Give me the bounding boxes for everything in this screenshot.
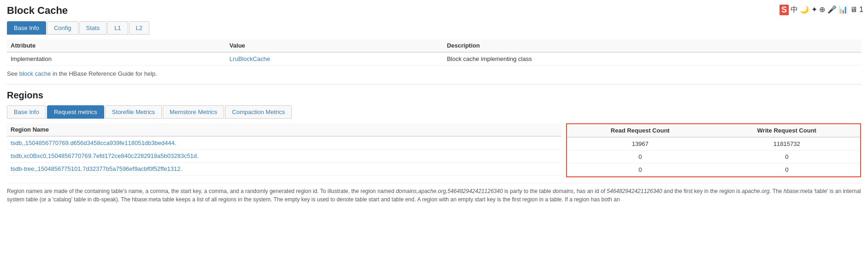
table-row: tsdb,,1504856770769.d656d3458cca939fe118… [7, 136, 561, 150]
regions-metrics-panel: Read Request Count Write Request Count 1… [566, 123, 861, 177]
tab-stats[interactable]: Stats [79, 21, 107, 35]
region-link-0[interactable]: tsdb,,1504856770769.d656d3458cca939fe118… [11, 139, 176, 146]
footer-text-3: , has an id of [573, 188, 607, 194]
tab-memstore-metrics[interactable]: Memstore Metrics [163, 105, 224, 119]
cell-read-count-0: 13967 [567, 137, 713, 151]
sogou-icon: S [779, 5, 789, 15]
tab-config[interactable]: Config [47, 21, 78, 35]
regions-title: Regions [7, 90, 861, 101]
tab-l1[interactable]: L1 [107, 21, 128, 35]
footer-text-4: and the first key in the region is [662, 188, 742, 194]
table-row: 0 0 [567, 163, 860, 176]
cell-read-count-2: 0 [567, 163, 713, 176]
footer-note: Region names are made of the containing … [7, 183, 861, 204]
footer-key: apache.org [742, 188, 769, 194]
col-description: Description [443, 39, 861, 52]
tab-l2[interactable]: L2 [129, 21, 149, 35]
footer-example: domains,apache.org,546482942421126340 [396, 188, 503, 194]
table-row: tsdb,xc0Bxc0,1504856770769.7efd172ce840c… [7, 150, 561, 163]
table-row: Implementation LruBlockCache Block cache… [7, 52, 861, 66]
tab-base-info[interactable]: Base Info [7, 21, 46, 35]
system-icons: S 中 🌙 ✦ ⊕ 🎤 📊 🖥 1 [779, 5, 863, 15]
footer-text-5: . The [769, 188, 783, 194]
footer-table: domains [553, 188, 573, 194]
col-attribute: Attribute [7, 39, 226, 52]
tab-regions-base-info[interactable]: Base Info [7, 105, 46, 119]
cell-description: Block cache implementing class [443, 52, 861, 66]
metrics-table: Read Request Count Write Request Count 1… [567, 124, 860, 176]
cell-write-count-1: 0 [713, 151, 860, 163]
col-region-name: Region Name [7, 123, 561, 136]
cell-attribute: Implementation [7, 52, 226, 66]
ime-icons: 中 🌙 ✦ ⊕ 🎤 📊 🖥 1 [791, 5, 863, 15]
region-link-1[interactable]: tsdb,xc0Bxc0,1504856770769.7efd172ce840c… [11, 152, 199, 159]
cell-value: LruBlockCache [226, 52, 443, 66]
tab-storefile-metrics[interactable]: Storefile Metrics [105, 105, 162, 119]
regions-tabs: Base Info Request metrics Storefile Metr… [7, 105, 861, 119]
cell-read-count-1: 0 [567, 151, 713, 163]
cell-region-name: tsdb,,1504856770769.d656d3458cca939fe118… [7, 136, 561, 150]
footer-text-2: is party to the table [503, 188, 553, 194]
tab-request-metrics[interactable]: Request metrics [47, 105, 104, 119]
cell-region-name: tsdb-tree,,1504856775101.7d32377b5a7596e… [7, 163, 561, 175]
table-row: 0 0 [567, 151, 860, 163]
table-row: 13967 11815732 [567, 137, 860, 151]
regions-left-panel: Region Name tsdb,,1504856770769.d656d345… [7, 123, 561, 177]
col-read-request: Read Request Count [567, 124, 713, 137]
region-link-2[interactable]: tsdb-tree,,1504856775101.7d32377b5a7596e… [11, 165, 182, 172]
block-cache-link[interactable]: block cache [19, 70, 51, 77]
col-write-request: Write Request Count [713, 124, 860, 137]
footer-text-1: Region names are made of the containing … [7, 188, 396, 194]
regions-name-table: Region Name tsdb,,1504856770769.d656d345… [7, 123, 561, 175]
page-title: Block Cache [7, 5, 861, 17]
cell-write-count-2: 0 [713, 163, 860, 176]
block-cache-table: Attribute Value Description Implementati… [7, 39, 861, 66]
cell-region-name: tsdb,xc0Bxc0,1504856770769.7efd172ce840c… [7, 150, 561, 163]
regions-layout: Region Name tsdb,,1504856770769.d656d345… [7, 123, 861, 177]
help-suffix: in the HBase Reference Guide for help. [51, 70, 157, 77]
col-value: Value [226, 39, 443, 52]
help-text: See block cache in the HBase Reference G… [7, 70, 861, 77]
help-prefix: See [7, 70, 19, 77]
tab-compaction-metrics[interactable]: Compaction Metrics [225, 105, 292, 119]
footer-id: 546482942421126340 [607, 188, 662, 194]
section-divider [7, 84, 861, 85]
lru-block-cache-link[interactable]: LruBlockCache [230, 55, 270, 62]
cell-write-count-0: 11815732 [713, 137, 860, 151]
table-row: tsdb-tree,,1504856775101.7d32377b5a7596e… [7, 163, 561, 175]
footer-meta: hbase:meta [784, 188, 813, 194]
block-cache-tabs: Base Info Config Stats L1 L2 [7, 21, 861, 35]
